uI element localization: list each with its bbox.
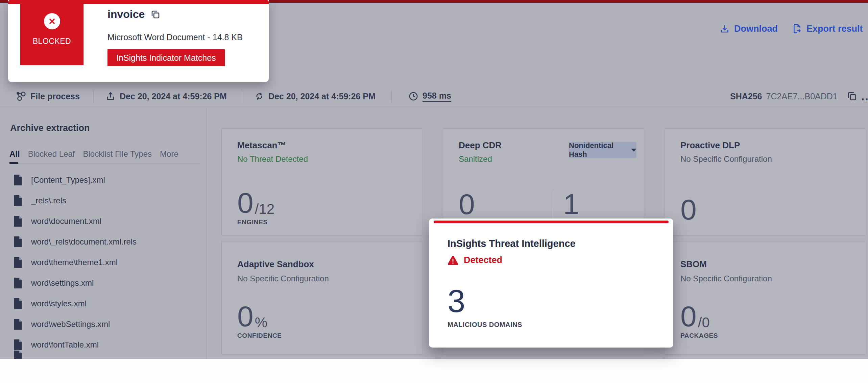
insights-status-label: Detected xyxy=(464,255,502,265)
file-row[interactable]: word\webSettings.xml xyxy=(0,314,207,334)
proactive-dlp-value: 0 xyxy=(680,193,697,226)
active-tab-indicator xyxy=(9,162,18,164)
metascan-card[interactable]: Metascan™ No Threat Detected 0 /12 ENGIN… xyxy=(221,128,423,236)
file-name: word\fontTable.xml xyxy=(31,340,99,350)
proactive-dlp-title: Proactive DLP xyxy=(680,140,740,151)
hash-mode-value: Nonidentical Hash xyxy=(569,141,628,159)
export-result-button[interactable]: Export result xyxy=(792,20,863,38)
file-row[interactable]: word\document.xml xyxy=(0,211,207,231)
insights-title: InSights Threat Intelligence xyxy=(448,238,576,249)
sbom-metric-label: PACKAGES xyxy=(680,332,718,339)
file-meta: Microsoft Word Document - 14.8 KB xyxy=(107,32,243,42)
file-name: _rels\.rels xyxy=(31,196,66,205)
file-row[interactable]: _rels\.rels xyxy=(0,190,207,211)
file-name-title: invoice xyxy=(107,8,145,21)
metascan-status: No Threat Detected xyxy=(237,154,308,164)
sync-icon xyxy=(254,91,264,101)
file-row[interactable]: word\settings.xml xyxy=(0,273,207,293)
blocked-x-icon xyxy=(44,13,60,29)
metascan-denominator: /12 xyxy=(255,201,274,217)
bottom-band xyxy=(0,359,868,383)
adaptive-sandbox-card[interactable]: Adaptive Sandbox No Specific Configurati… xyxy=(221,241,423,355)
tab-all[interactable]: All xyxy=(9,149,20,159)
file-name: word\_rels\document.xml.rels xyxy=(31,237,137,247)
extracted-file-list: [Content_Types].xml _rels\.rels word\doc… xyxy=(0,170,207,355)
sbom-title: SBOM xyxy=(680,259,707,270)
adaptive-sandbox-unit: % xyxy=(255,314,267,331)
adaptive-sandbox-title: Adaptive Sandbox xyxy=(237,259,314,270)
file-name: word\settings.xml xyxy=(31,278,94,288)
download-label: Download xyxy=(734,24,778,34)
document-icon xyxy=(14,351,22,359)
adaptive-sandbox-status: No Specific Configuration xyxy=(237,274,329,283)
tab-blocked-leaf[interactable]: Blocked Leaf xyxy=(28,149,75,159)
hash-item: SHA256 7C2AE7...B0ADD1 xyxy=(730,84,858,108)
export-label: Export result xyxy=(806,24,863,34)
file-row[interactable]: word\styles.xml xyxy=(0,293,207,314)
clock-icon xyxy=(408,91,418,101)
archive-extraction-panel: Archive extraction All Blocked Leaf Bloc… xyxy=(0,108,207,359)
archive-tabs: All Blocked Leaf Blocklist File Types Mo… xyxy=(9,149,178,159)
insights-metric-label: MALICIOUS DOMAINS xyxy=(448,321,522,329)
adaptive-sandbox-metric: 0 % CONFIDENCE xyxy=(237,302,282,339)
sbom-card[interactable]: SBOM No Specific Configuration 0 /0 PACK… xyxy=(665,241,866,355)
metascan-title: Metascan™ xyxy=(237,140,286,151)
file-row[interactable]: [Content_Types].xml xyxy=(0,170,207,190)
metascan-metric-label: ENGINES xyxy=(237,219,274,226)
document-icon xyxy=(14,257,22,268)
sbom-metric: 0 /0 PACKAGES xyxy=(680,302,718,339)
deep-cdr-status: Sanitized xyxy=(459,154,492,164)
metascan-value: 0 xyxy=(237,188,254,217)
chevron-down-icon xyxy=(631,149,636,152)
toolbar-divider xyxy=(391,90,392,102)
toolbar-divider xyxy=(93,90,94,102)
file-name: [Content_Types].xml xyxy=(31,175,105,185)
tab-more[interactable]: More xyxy=(160,149,178,159)
process-time-item: Dec 20, 2024 at 4:59:26 PM xyxy=(254,84,376,108)
blocked-file-card: BLOCKED invoice Microsoft Word Document … xyxy=(8,0,269,82)
proactive-dlp-metric: 0 xyxy=(680,195,697,224)
upload-icon xyxy=(105,91,116,101)
tab-blocklist-file-types[interactable]: Blocklist File Types xyxy=(83,149,152,159)
tabs-baseline xyxy=(9,163,201,163)
insights-threat-intelligence-card[interactable]: InSights Threat Intelligence Detected 3 … xyxy=(429,219,673,348)
hash-mode-dropdown[interactable]: Nonidentical Hash xyxy=(569,142,636,158)
file-name: word\styles.xml xyxy=(31,299,87,308)
insights-alert-bar xyxy=(434,221,669,223)
deep-cdr-title: Deep CDR xyxy=(459,140,502,151)
more-options-button[interactable]: … xyxy=(861,84,868,108)
copy-hash-icon[interactable] xyxy=(846,91,858,102)
document-icon xyxy=(14,298,22,309)
proactive-dlp-status: No Specific Configuration xyxy=(680,154,772,164)
file-row[interactable]: word\_rels\document.xml.rels xyxy=(0,231,207,252)
scan-result-page: File process Dec 20, 2024 at 4:59:26 PM … xyxy=(0,0,868,383)
deep-cdr-value-right: 1 xyxy=(563,188,579,220)
adaptive-sandbox-metric-label: CONFIDENCE xyxy=(237,332,282,339)
file-name: word\document.xml xyxy=(31,216,101,226)
file-name: word\theme\theme1.xml xyxy=(31,258,118,267)
upload-time: Dec 20, 2024 at 4:59:26 PM xyxy=(120,92,227,101)
proactive-dlp-card[interactable]: Proactive DLP No Specific Configuration … xyxy=(665,128,866,236)
file-row[interactable]: word\theme\theme1.xml xyxy=(0,252,207,273)
insights-status: Detected xyxy=(448,255,502,265)
download-button[interactable]: Download xyxy=(719,20,778,38)
insights-value: 3 xyxy=(448,285,465,317)
file-process-label: File process xyxy=(30,92,80,101)
download-icon xyxy=(719,23,730,34)
document-icon xyxy=(14,339,22,350)
upload-time-item: Dec 20, 2024 at 4:59:26 PM xyxy=(105,84,227,108)
document-icon xyxy=(14,319,22,330)
hash-value: 7C2AE7...B0ADD1 xyxy=(766,92,838,101)
blocked-status-panel: BLOCKED xyxy=(20,4,83,65)
insights-indicator-badge: InSights Indicator Matches xyxy=(107,49,225,66)
document-icon xyxy=(14,175,22,185)
adaptive-sandbox-value: 0 xyxy=(237,302,254,331)
file-card-alert-bar xyxy=(8,0,269,4)
more-options-glyph: … xyxy=(861,89,868,103)
process-time: Dec 20, 2024 at 4:59:26 PM xyxy=(268,92,376,101)
file-name: word\webSettings.xml xyxy=(31,320,110,329)
duration-value[interactable]: 958 ms xyxy=(423,91,451,102)
file-row[interactable]: word\fontTable.xml xyxy=(0,334,207,355)
metascan-metric: 0 /12 ENGINES xyxy=(237,188,274,226)
copy-filename-icon[interactable] xyxy=(150,9,161,20)
